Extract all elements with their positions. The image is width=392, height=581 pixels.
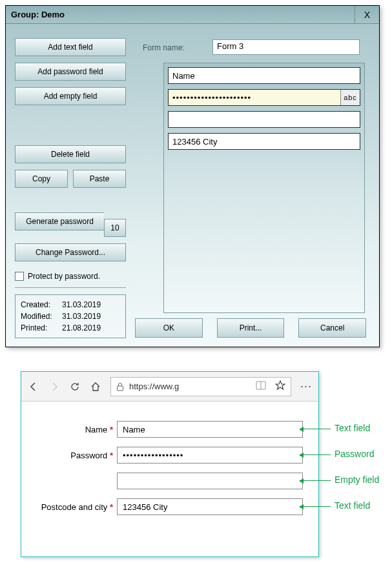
annotation-arrow [300, 454, 331, 455]
add-empty-field-button[interactable]: Add empty field [15, 87, 126, 105]
favorite-icon[interactable] [275, 380, 285, 392]
timestamps-box: Created: 31.03.2019 Modified: 31.03.2019… [15, 294, 126, 338]
group-dialog: Group: Demo X Add text field Add passwor… [5, 5, 380, 347]
form-row-name: Name * Name [37, 421, 303, 438]
field-city-input[interactable]: 123456 City [168, 133, 360, 150]
copy-button[interactable]: Copy [15, 170, 68, 188]
browser-annotation-figure: https://www.g ··· Name * Name [21, 371, 382, 557]
field-name-input[interactable]: Name [168, 67, 360, 84]
browser-password-input[interactable]: ••••••••••••••••• [117, 447, 303, 464]
created-label: Created: [21, 299, 58, 311]
dialog-title: Group: Demo [11, 10, 65, 19]
close-button[interactable]: X [355, 6, 379, 24]
delete-field-button[interactable]: Delete field [15, 145, 126, 163]
browser-page: Name * Name Password * ••••••••••••••••• [21, 402, 318, 556]
created-value: 31.03.2019 [62, 299, 101, 311]
generate-password-button[interactable]: Generate password [15, 212, 104, 230]
change-password-button[interactable]: Change Password... [15, 243, 126, 261]
protect-checkbox[interactable] [15, 272, 24, 281]
printed-value: 21.08.2019 [62, 322, 101, 334]
annotation-arrow [300, 480, 331, 481]
required-icon: * [110, 451, 113, 460]
add-text-field-button[interactable]: Add text field [15, 38, 126, 56]
add-password-field-button[interactable]: Add password field [15, 63, 126, 81]
annotation-empty-field: Empty field [335, 474, 379, 485]
postcode-label: Postcode and city [41, 502, 108, 512]
annotation-arrow [300, 429, 331, 429]
annotation-arrow [300, 506, 331, 507]
field-password-input[interactable]: •••••••••••••••••••••• abc [168, 89, 360, 106]
reading-view-icon[interactable] [256, 381, 266, 392]
protect-label: Protect by password. [28, 272, 100, 281]
field-name-value: Name [172, 71, 195, 81]
address-bar[interactable]: https://www.g [110, 377, 291, 396]
browser-toolbar: https://www.g ··· [21, 372, 318, 402]
reveal-password-toggle[interactable]: abc [340, 90, 360, 105]
browser-empty-input[interactable] [117, 473, 303, 489]
lock-icon [116, 382, 124, 391]
home-icon[interactable] [90, 381, 101, 392]
name-label: Name [85, 425, 108, 434]
form-row-password: Password * ••••••••••••••••• [37, 447, 303, 464]
print-button[interactable]: Print... [217, 318, 285, 338]
dialog-body: Add text field Add password field Add em… [6, 24, 379, 347]
modified-value: 31.03.2019 [62, 311, 101, 322]
cancel-button[interactable]: Cancel [298, 318, 366, 338]
svg-rect-0 [118, 386, 123, 391]
forward-icon[interactable] [48, 381, 60, 392]
required-icon: * [110, 425, 113, 434]
modified-label: Modified: [21, 311, 58, 322]
more-icon[interactable]: ··· [300, 381, 312, 392]
back-icon[interactable] [28, 381, 39, 392]
paste-button[interactable]: Paste [73, 170, 126, 188]
printed-label: Printed: [21, 322, 58, 334]
field-city-value: 123456 City [172, 137, 217, 147]
fields-panel: Name •••••••••••••••••••••• abc 123456 C… [163, 63, 365, 313]
url-text: https://www.g [129, 382, 179, 391]
ok-button[interactable]: OK [135, 318, 203, 338]
annotation-text-field-2: Text field [335, 500, 370, 511]
annotation-text-field: Text field [335, 423, 370, 433]
divider [15, 287, 126, 288]
field-password-value: •••••••••••••••••••••• [172, 93, 251, 103]
field-empty-input[interactable] [168, 111, 360, 128]
dialog-titlebar: Group: Demo X [6, 6, 379, 24]
browser-postcode-input[interactable]: 123456 City [117, 498, 303, 515]
required-icon: * [110, 502, 113, 512]
form-name-input[interactable]: Form 3 [212, 39, 360, 55]
password-label: Password [70, 451, 107, 460]
generate-password-length[interactable]: 10 [104, 219, 126, 237]
browser-window: https://www.g ··· Name * Name [21, 371, 319, 557]
annotation-password: Password [335, 449, 374, 459]
form-name-label: Form name: [143, 43, 185, 52]
form-row-postcode: Postcode and city * 123456 City [37, 498, 303, 515]
form-row-empty [37, 473, 303, 489]
refresh-icon[interactable] [69, 381, 81, 392]
browser-name-input[interactable]: Name [117, 421, 303, 438]
